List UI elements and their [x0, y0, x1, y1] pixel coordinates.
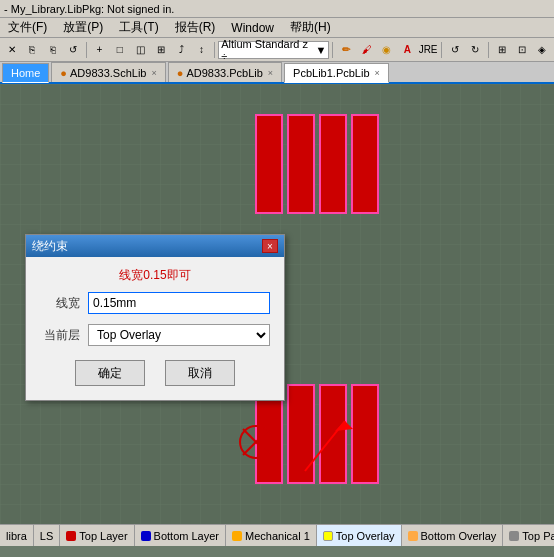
menu-reports[interactable]: 报告(R): [171, 17, 220, 38]
toolbar-standard-dropdown[interactable]: Altium Standard z ÷ ▼: [218, 41, 329, 59]
dialog-layer-row: 当前层 Top Overlay Bottom Overlay Top Layer…: [40, 324, 270, 346]
menu-tools[interactable]: 工具(T): [115, 17, 162, 38]
tab-pcblib1[interactable]: PcbLib1.PcbLib ×: [284, 63, 389, 83]
svg-marker-4: [335, 421, 353, 431]
pcb-pad-2: [287, 114, 315, 214]
red-arrow: [285, 421, 365, 484]
layer-dot-top: [66, 531, 76, 541]
status-bar: libra LS Top Layer Bottom Layer Mechanic…: [0, 524, 554, 546]
layer-topoverlay-label: Top Overlay: [336, 530, 395, 542]
dialog-constraint: 绕约束 × 线宽0.15即可 线宽 当前层 Top Overlay Bottom…: [25, 234, 285, 401]
status-ls: LS: [34, 525, 60, 546]
toolbar-btn-10[interactable]: ↕: [192, 40, 211, 60]
pcb-top-group: [255, 114, 379, 214]
tab-pcblib1-label: PcbLib1.PcbLib: [293, 67, 369, 79]
dialog-close-button[interactable]: ×: [262, 239, 278, 253]
pcb-pad-4: [351, 114, 379, 214]
layer-mech-label: Mechanical 1: [245, 530, 310, 542]
title-bar: - My_Library.LibPkg: Not signed in.: [0, 0, 554, 18]
menu-help[interactable]: 帮助(H): [286, 17, 335, 38]
status-layer-topoverlay[interactable]: Top Overlay: [317, 525, 402, 546]
toolbar-btn-8[interactable]: ⊞: [151, 40, 170, 60]
tab-pcblib-label: AD9833.PcbLib: [186, 67, 262, 79]
toolbar: ✕ ⎘ ⎗ ↺ + □ ◫ ⊞ ⤴ ↕ Altium Standard z ÷ …: [0, 38, 554, 62]
cross-symbol: [238, 424, 274, 460]
toolbar-btn-3[interactable]: ⎗: [43, 40, 62, 60]
toolbar-fit-icon[interactable]: ⊡: [512, 40, 531, 60]
tab-home-label: Home: [11, 67, 40, 79]
layer-dot-bottomoverlay: [408, 531, 418, 541]
status-libra-text: libra: [6, 530, 27, 542]
layer-dot-topoverlay: [323, 531, 333, 541]
toolbar-fill-icon[interactable]: ◉: [377, 40, 396, 60]
dialog-linewidth-input[interactable]: [88, 292, 270, 314]
dialog-linewidth-row: 线宽: [40, 292, 270, 314]
toolbar-extra-icon[interactable]: ◈: [533, 40, 552, 60]
dropdown-arrow: ▼: [316, 44, 327, 56]
dialog-confirm-button[interactable]: 确定: [75, 360, 145, 386]
dialog-layer-label: 当前层: [40, 327, 80, 344]
status-layer-top[interactable]: Top Layer: [60, 525, 134, 546]
dialog-title: 绕约束: [32, 238, 68, 255]
canvas-area[interactable]: 绕约束 × 线宽0.15即可 线宽 当前层 Top Overlay Bottom…: [0, 84, 554, 524]
title-text: - My_Library.LibPkg: Not signed in.: [4, 3, 174, 15]
toolbar-zoom-icon[interactable]: ⊞: [492, 40, 511, 60]
status-layer-toppaste[interactable]: Top Paste: [503, 525, 554, 546]
tab-schlib-icon: ●: [60, 67, 67, 79]
toolbar-sep-5: [488, 42, 489, 58]
pcb-pad-1: [255, 114, 283, 214]
menu-place[interactable]: 放置(P): [59, 17, 107, 38]
layer-toppaste-label: Top Paste: [522, 530, 554, 542]
dialog-buttons: 确定 取消: [40, 360, 270, 390]
dialog-cancel-button[interactable]: 取消: [165, 360, 235, 386]
menu-file[interactable]: 文件(F): [4, 17, 51, 38]
layer-top-label: Top Layer: [79, 530, 127, 542]
tab-pcblib-icon: ●: [177, 67, 184, 79]
layer-dot-bottom: [141, 531, 151, 541]
layer-dot-toppaste: [509, 531, 519, 541]
menu-window[interactable]: Window: [227, 19, 278, 37]
toolbar-sep-4: [441, 42, 442, 58]
toolbar-btn-1[interactable]: ✕: [2, 40, 21, 60]
tab-pcblib1-close[interactable]: ×: [375, 68, 380, 78]
toolbar-btn-6[interactable]: □: [110, 40, 129, 60]
toolbar-btn-5[interactable]: +: [90, 40, 109, 60]
layer-bottom-label: Bottom Layer: [154, 530, 219, 542]
toolbar-redo-icon[interactable]: ↻: [465, 40, 484, 60]
status-libra: libra: [0, 525, 34, 546]
status-ls-text: LS: [40, 530, 53, 542]
tab-schlib-close[interactable]: ×: [151, 68, 156, 78]
status-layer-bottom[interactable]: Bottom Layer: [135, 525, 226, 546]
dialog-linewidth-label: 线宽: [40, 295, 80, 312]
dialog-hint: 线宽0.15即可: [40, 267, 270, 284]
tab-schlib[interactable]: ● AD9833.SchLib ×: [51, 62, 165, 82]
toolbar-btn-7[interactable]: ◫: [131, 40, 150, 60]
toolbar-sep-1: [86, 42, 87, 58]
toolbar-btn-9[interactable]: ⤴: [171, 40, 190, 60]
toolbar-brush-icon[interactable]: 🖌: [357, 40, 376, 60]
tab-pcblib-close[interactable]: ×: [268, 68, 273, 78]
tab-pcblib[interactable]: ● AD9833.PcbLib ×: [168, 62, 282, 82]
tab-schlib-label: AD9833.SchLib: [70, 67, 146, 79]
status-layer-mech[interactable]: Mechanical 1: [226, 525, 317, 546]
status-layer-bottomoverlay[interactable]: Bottom Overlay: [402, 525, 504, 546]
toolbar-text-icon[interactable]: A: [398, 40, 417, 60]
toolbar-sep-2: [214, 42, 215, 58]
pcb-pad-3: [319, 114, 347, 214]
tab-bar: Home ● AD9833.SchLib × ● AD9833.PcbLib ×…: [0, 62, 554, 84]
toolbar-pen-icon[interactable]: ✏: [336, 40, 355, 60]
toolbar-undo-icon[interactable]: ↺: [445, 40, 464, 60]
tab-home[interactable]: Home: [2, 63, 49, 83]
toolbar-btn-11[interactable]: JRE: [418, 40, 438, 60]
dialog-titlebar: 绕约束 ×: [26, 235, 284, 257]
toolbar-sep-3: [332, 42, 333, 58]
dialog-body: 线宽0.15即可 线宽 当前层 Top Overlay Bottom Overl…: [26, 257, 284, 400]
layer-bottomoverlay-label: Bottom Overlay: [421, 530, 497, 542]
layer-dot-mech: [232, 531, 242, 541]
menu-bar: 文件(F) 放置(P) 工具(T) 报告(R) Window 帮助(H): [0, 18, 554, 38]
toolbar-btn-2[interactable]: ⎘: [22, 40, 41, 60]
dialog-layer-select[interactable]: Top Overlay Bottom Overlay Top Layer Bot…: [88, 324, 270, 346]
dropdown-label: Altium Standard z ÷: [221, 38, 313, 62]
toolbar-btn-4[interactable]: ↺: [63, 40, 82, 60]
